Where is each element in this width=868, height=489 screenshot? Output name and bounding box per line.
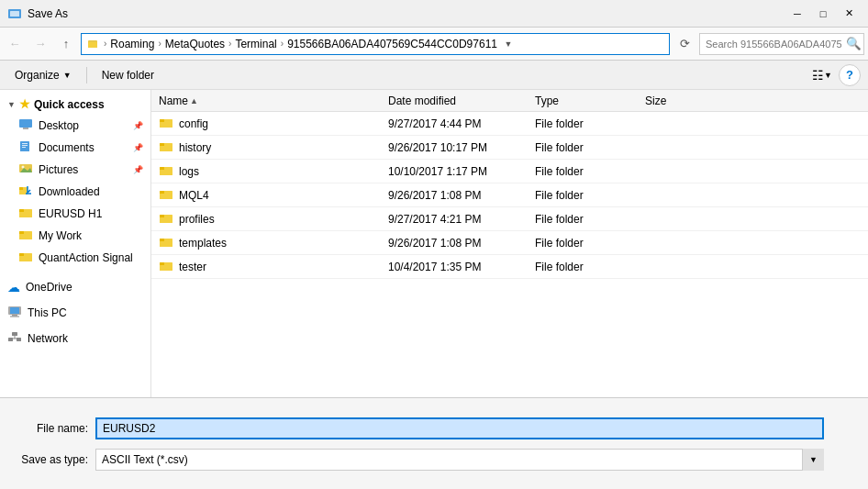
svg-rect-41	[160, 215, 164, 217]
file-date: 9/27/2017 4:44 PM	[388, 117, 535, 130]
sidebar-item-eurusd[interactable]: EURUSD H1	[0, 203, 150, 225]
view-button[interactable]: ☷ ▼	[809, 64, 835, 86]
col-header-size[interactable]: Size	[645, 94, 718, 107]
file-date: 9/27/2017 4:21 PM	[388, 213, 535, 226]
file-row[interactable]: logs 10/10/2017 1:17 PM File folder	[151, 160, 868, 183]
thispc-icon	[7, 306, 22, 321]
maximize-button[interactable]: □	[811, 5, 835, 23]
forward-button[interactable]: →	[29, 33, 51, 55]
file-row[interactable]: templates 9/26/2017 1:08 PM File folder	[151, 231, 868, 255]
file-type: File folder	[535, 141, 645, 154]
col-sort-arrow: ▲	[190, 96, 198, 106]
svg-rect-43	[160, 239, 164, 241]
sidebar-label-network: Network	[28, 332, 68, 345]
sidebar-item-quantaction[interactable]: QuantAction Signal	[0, 247, 150, 269]
file-date: 10/4/2017 1:35 PM	[388, 261, 535, 273]
close-button[interactable]: ✕	[837, 5, 861, 23]
sidebar-label-quantaction: QuantAction Signal	[39, 251, 133, 264]
sidebar-item-documents[interactable]: Documents 📌	[0, 137, 150, 159]
file-row[interactable]: profiles 9/27/2017 4:21 PM File folder	[151, 207, 868, 231]
col-header-type[interactable]: Type	[535, 94, 645, 107]
quick-access-header[interactable]: ▼ ★ Quick access	[0, 94, 150, 115]
quick-access-label: Quick access	[34, 98, 105, 111]
filetype-select[interactable]: ASCII Text (*.csv)	[95, 449, 824, 471]
folder-icon	[159, 260, 173, 274]
sidebar-label-mywork: My Work	[39, 229, 82, 242]
breadcrumb-terminal[interactable]: Terminal	[235, 38, 276, 50]
svg-rect-5	[23, 128, 28, 129]
documents-icon	[18, 140, 33, 155]
col-header-name[interactable]: Name ▲	[159, 94, 388, 107]
sidebar-label-documents: Documents	[39, 141, 95, 154]
svg-rect-33	[160, 119, 164, 122]
file-date: 10/10/2017 1:17 PM	[388, 165, 535, 178]
sidebar-item-mywork[interactable]: My Work	[0, 225, 150, 247]
sidebar-item-desktop[interactable]: Desktop 📌	[0, 115, 150, 137]
svg-rect-35	[160, 143, 164, 146]
filename-input[interactable]	[95, 417, 824, 439]
sidebar-label-downloaded: Downloaded	[39, 185, 100, 198]
file-name: MQL4	[179, 189, 209, 202]
svg-rect-19	[19, 231, 24, 234]
svg-rect-25	[10, 316, 19, 317]
sidebar-label-onedrive: OneDrive	[26, 281, 72, 294]
file-name: tester	[179, 261, 206, 273]
up-button[interactable]: ↑	[55, 33, 77, 55]
sidebar-label-pictures: Pictures	[39, 163, 78, 176]
file-date: 9/26/2017 10:17 PM	[388, 141, 535, 154]
folder-icon	[159, 140, 173, 155]
folder-icon	[159, 236, 173, 250]
filename-row: File name:	[15, 417, 853, 439]
refresh-button[interactable]: ⟳	[673, 33, 696, 55]
sidebar-item-pictures[interactable]: Pictures 📌	[0, 159, 150, 181]
svg-rect-24	[12, 315, 17, 317]
file-type: File folder	[535, 117, 645, 130]
file-row[interactable]: history 9/26/2017 10:17 PM File folder	[151, 136, 868, 160]
folder-icon	[159, 188, 173, 203]
search-icon-button[interactable]: 🔍	[844, 35, 862, 53]
sidebar-item-network[interactable]: Network	[0, 328, 150, 350]
breadcrumb-metaquotes[interactable]: MetaQuotes	[165, 38, 225, 50]
sidebar-label-desktop: Desktop	[39, 119, 79, 132]
sidebar-item-downloaded[interactable]: Downloaded	[0, 181, 150, 203]
breadcrumb-current[interactable]: 915566BA06ADA407569C544CC0D97611	[287, 38, 497, 50]
bottom-panel: File name: Save as type: ASCII Text (*.c…	[0, 397, 868, 489]
svg-rect-45	[160, 262, 164, 265]
file-row[interactable]: config 9/27/2017 4:44 PM File folder	[151, 112, 868, 136]
view-dropdown-icon: ▼	[824, 71, 832, 80]
file-type: File folder	[535, 165, 645, 178]
col-header-date[interactable]: Date modified	[388, 94, 535, 107]
breadcrumb-roaming[interactable]: Roaming	[110, 38, 154, 50]
toolbar: Organize ▼ New folder ☷ ▼ ?	[0, 61, 868, 90]
sidebar-label-eurusd: EURUSD H1	[39, 207, 102, 220]
file-row[interactable]: tester 10/4/2017 1:35 PM File folder	[151, 255, 868, 279]
organize-button[interactable]: Organize ▼	[7, 64, 79, 86]
breadcrumb-dropdown-button[interactable]: ▼	[501, 37, 516, 51]
sidebar-item-onedrive[interactable]: ☁ OneDrive	[0, 276, 150, 298]
organize-label: Organize	[15, 69, 60, 82]
file-name: templates	[179, 237, 227, 250]
svg-rect-3	[88, 42, 97, 48]
file-row[interactable]: MQL4 9/26/2017 1:08 PM File folder	[151, 183, 868, 207]
back-button[interactable]: ←	[4, 33, 26, 55]
search-input[interactable]	[699, 33, 864, 55]
sidebar-item-thispc[interactable]: This PC	[0, 302, 150, 324]
toolbar-right: ☷ ▼ ?	[809, 64, 861, 86]
breadcrumb-bar[interactable]: › Roaming › MetaQuotes › Terminal › 9155…	[81, 33, 670, 55]
breadcrumb-sep-1: ›	[158, 39, 161, 49]
folder-icon	[159, 117, 173, 131]
help-button[interactable]: ?	[839, 64, 861, 86]
file-date: 9/26/2017 1:08 PM	[388, 237, 535, 250]
col-size-label: Size	[645, 94, 666, 107]
new-folder-button[interactable]: New folder	[95, 64, 161, 86]
svg-rect-23	[10, 307, 19, 314]
address-bar: ← → ↑ › Roaming › MetaQuotes › Terminal …	[0, 28, 868, 61]
col-name-label: Name	[159, 94, 188, 107]
file-list: Name ▲ Date modified Type Size	[151, 90, 868, 397]
svg-rect-1	[10, 11, 19, 17]
file-name: logs	[179, 165, 199, 178]
minimize-button[interactable]: ─	[785, 5, 809, 23]
file-rows-container: config 9/27/2017 4:44 PM File folder his…	[151, 112, 868, 279]
svg-rect-9	[22, 147, 26, 148]
title-bar-title: Save As	[28, 7, 785, 20]
